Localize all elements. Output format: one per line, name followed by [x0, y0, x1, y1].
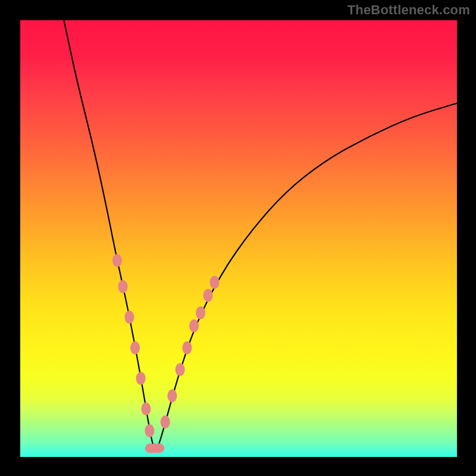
highlight-dot: [161, 415, 170, 428]
watermark-text: TheBottleneck.com: [347, 2, 470, 18]
highlight-dot: [154, 443, 164, 453]
highlight-dots: [112, 254, 220, 453]
highlight-dot: [203, 289, 213, 302]
plot-area: [20, 20, 457, 457]
highlight-dot: [145, 424, 154, 437]
highlight-dot: [136, 372, 146, 385]
highlight-dot: [118, 280, 128, 293]
highlight-dot: [182, 342, 192, 355]
highlight-dot: [176, 363, 185, 376]
highlight-dot: [112, 254, 122, 267]
highlight-dot: [167, 389, 177, 402]
chart-frame: TheBottleneck.com: [0, 0, 476, 476]
curve-path: [64, 20, 457, 448]
highlight-dot: [189, 320, 199, 333]
highlight-dot: [130, 342, 140, 355]
bottleneck-curve-svg: [20, 20, 457, 457]
highlight-dot: [141, 402, 151, 415]
highlight-dot: [125, 311, 134, 324]
highlight-dot: [210, 275, 220, 289]
highlight-dot: [196, 306, 205, 320]
